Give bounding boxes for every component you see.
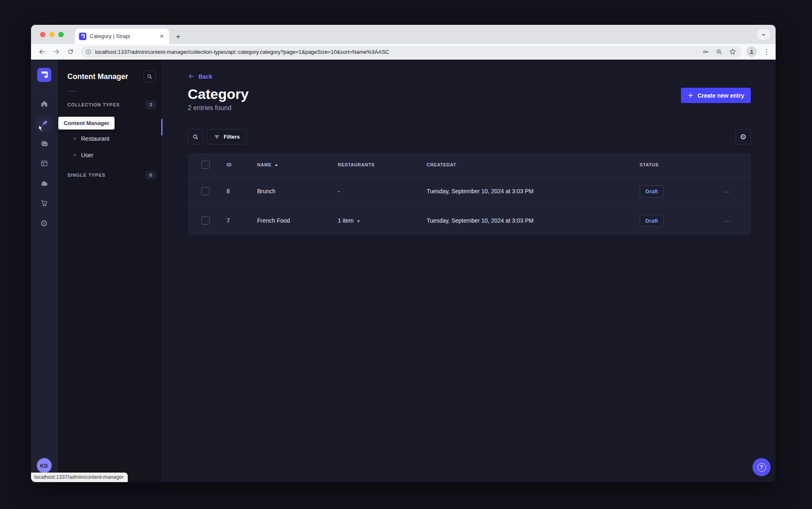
table-settings-gear-icon[interactable]: ⚙	[736, 129, 751, 144]
content-manager-icon[interactable]	[36, 115, 53, 132]
row-actions-menu-icon[interactable]: ···	[704, 188, 751, 195]
table-search-icon[interactable]	[188, 129, 203, 144]
entries-count: 2 entries found	[188, 104, 248, 112]
nav-hover-tooltip: Content Manager	[58, 117, 115, 130]
browser-tab[interactable]: Category | Strapi ✕	[75, 29, 169, 44]
table-row[interactable]: 8 Brunch - Tuesday, September 10, 2024 a…	[188, 176, 751, 206]
home-icon[interactable]	[36, 96, 53, 112]
active-item-indicator	[161, 119, 162, 135]
row-actions-menu-icon[interactable]: ···	[704, 217, 751, 224]
single-types-label: SINGLE TYPES	[67, 173, 105, 178]
sort-asc-icon: ▲	[275, 163, 279, 167]
zoom-magnifier-icon[interactable]	[716, 48, 723, 55]
plus-icon	[688, 92, 694, 98]
row-checkbox[interactable]	[201, 187, 210, 195]
tab-search-chevron-icon[interactable]	[757, 29, 770, 40]
tab-title: Category | Strapi	[90, 33, 155, 39]
new-tab-button[interactable]: +	[176, 33, 181, 41]
nav-divider	[31, 90, 57, 91]
user-avatar[interactable]: KD	[37, 458, 52, 473]
column-header-id[interactable]: ID	[227, 162, 257, 167]
cell-createdat: Tuesday, September 10, 2024 at 3:03 PM	[427, 217, 640, 224]
back-nav-icon[interactable]	[37, 46, 48, 57]
create-new-entry-button[interactable]: Create new entry	[681, 88, 751, 103]
subnav-item-user[interactable]: User	[57, 147, 162, 163]
cloud-icon[interactable]	[36, 175, 53, 192]
media-library-icon[interactable]	[36, 135, 53, 152]
page-info-icon[interactable]	[86, 49, 91, 55]
browser-tab-strip: Category | Strapi ✕ +	[31, 25, 776, 44]
bullet-icon	[74, 138, 76, 139]
cell-restaurants-expand[interactable]: 1 item▼	[338, 217, 427, 224]
column-header-name[interactable]: NAME ▲	[257, 162, 338, 167]
bookmark-star-icon[interactable]	[729, 48, 736, 55]
column-header-status[interactable]: STATUS	[640, 162, 704, 167]
single-types-count: 0	[146, 171, 156, 179]
page-title: Category	[188, 86, 248, 102]
link-status-bubble: localhost:1337/admin/content-manager	[31, 473, 128, 482]
subnav-item-restaurant[interactable]: Restaurant	[57, 130, 162, 147]
table-row[interactable]: 7 French Food 1 item▼ Tuesday, September…	[188, 206, 751, 235]
bullet-icon	[74, 154, 76, 156]
column-header-restaurants[interactable]: RESTAURANTS	[338, 162, 427, 167]
cell-name: Brunch	[257, 188, 338, 194]
main-content: Back Category 2 entries found Create new…	[163, 60, 776, 482]
table-header-row: ID NAME ▲ RESTAURANTS CREATEDAT STATUS	[188, 153, 751, 176]
cell-restaurants: -	[338, 188, 427, 194]
content-type-builder-icon[interactable]	[36, 155, 53, 172]
strapi-logo[interactable]	[37, 68, 51, 82]
password-key-icon[interactable]	[702, 48, 709, 55]
filter-icon	[214, 134, 220, 140]
browser-menu-icon[interactable]: ⋮	[763, 48, 770, 56]
back-arrow-icon	[188, 73, 195, 80]
column-header-createdat[interactable]: CREATEDAT	[427, 162, 640, 167]
back-link[interactable]: Back	[188, 73, 212, 80]
cell-createdat: Tuesday, September 10, 2024 at 3:03 PM	[427, 188, 640, 194]
macos-traffic-lights	[40, 32, 64, 37]
subnav-title: Content Manager	[67, 72, 128, 81]
select-all-checkbox[interactable]	[201, 161, 210, 169]
strapi-favicon-icon	[79, 33, 86, 40]
cell-id: 7	[227, 217, 257, 224]
settings-icon[interactable]: ⚙	[36, 215, 53, 231]
entries-table: ID NAME ▲ RESTAURANTS CREATEDAT STATUS 8…	[188, 153, 751, 235]
question-mark-icon: ?	[760, 464, 763, 470]
chevron-down-icon: ▼	[356, 219, 361, 223]
tab-close-icon[interactable]: ✕	[159, 33, 165, 39]
forward-nav-icon[interactable]	[51, 46, 62, 57]
browser-toolbar: localhost:1337/admin/content-manager/col…	[31, 44, 776, 60]
main-navigation: ⚙ KD	[31, 60, 57, 482]
status-badge: Draft	[640, 215, 664, 227]
help-button[interactable]: ?	[752, 458, 771, 476]
cell-id: 8	[227, 188, 257, 194]
status-badge: Draft	[640, 185, 664, 197]
row-checkbox[interactable]	[201, 216, 210, 225]
subnav-divider	[67, 91, 77, 91]
collection-types-count: 3	[146, 101, 156, 109]
mouse-cursor	[38, 125, 45, 132]
url-text[interactable]: localhost:1337/admin/content-manager/col…	[95, 49, 698, 55]
minimize-window-button[interactable]	[49, 32, 55, 37]
collection-types-label: COLLECTION TYPES	[67, 102, 120, 107]
browser-window: Category | Strapi ✕ + localhost:1337/adm…	[31, 25, 776, 482]
marketplace-icon[interactable]	[36, 195, 53, 211]
reload-icon[interactable]	[65, 46, 76, 57]
address-bar[interactable]: localhost:1337/admin/content-manager/col…	[81, 46, 741, 58]
strapi-app: ⚙ KD Content Manager COLLECTION TYPES 3	[31, 60, 776, 482]
filters-button[interactable]: Filters	[207, 129, 247, 144]
browser-profile-avatar[interactable]	[746, 46, 757, 57]
maximize-window-button[interactable]	[58, 32, 64, 37]
content-manager-subnav: Content Manager COLLECTION TYPES 3 Categ…	[57, 60, 163, 482]
cell-name: French Food	[257, 217, 338, 224]
subnav-search-icon[interactable]	[143, 70, 156, 83]
close-window-button[interactable]	[40, 32, 45, 37]
